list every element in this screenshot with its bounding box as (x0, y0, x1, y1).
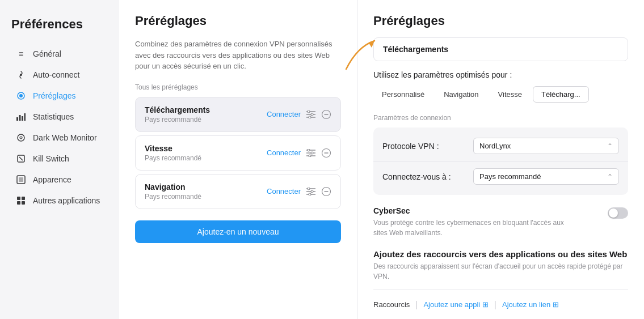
remove-icon-button[interactable] (321, 109, 331, 120)
tab-download[interactable]: Télécharg... (533, 86, 589, 103)
optimize-tabs: Personnalisé Navigation Vitesse Téléchar… (373, 86, 628, 103)
vpn-protocol-label: Protocole VPN : (382, 142, 473, 151)
connect-to-row: Connectez-vous à : Pays recommandé ⌃ (373, 161, 628, 192)
shortcuts-tab-raccourcis: Raccourcis (373, 298, 410, 311)
cybersec-section: CyberSec Vous protège contre les cyberme… (373, 206, 628, 238)
selected-preset-header: Téléchargements (373, 37, 628, 61)
vpn-protocol-row: Protocole VPN : NordLynx ⌃ (373, 131, 628, 161)
sidebar-item-label: Apparence (33, 175, 71, 184)
vpn-protocol-value: NordLynx (479, 142, 511, 150)
svg-rect-16 (22, 201, 25, 205)
svg-rect-3 (16, 117, 18, 121)
svg-rect-5 (22, 116, 23, 121)
chevron-down-icon: ⌃ (607, 173, 613, 181)
sidebar-item-label: Préréglages (33, 91, 76, 100)
svg-rect-14 (22, 197, 25, 200)
connect-to-select[interactable]: Pays recommandé ⌃ (473, 168, 619, 185)
svg-line-10 (19, 157, 23, 160)
svg-point-28 (308, 149, 310, 151)
cybersec-toggle[interactable] (608, 207, 628, 219)
vpn-protocol-select[interactable]: NordLynx ⌃ (473, 138, 619, 154)
sidebar-item-label: Statistiques (33, 112, 74, 121)
svg-point-21 (311, 113, 313, 116)
sidebar-item-label: Kill Switch (33, 154, 69, 163)
left-panel-title: Préréglages (135, 14, 341, 28)
right-panel: Préréglages Téléchargements Utilisez les… (357, 0, 644, 319)
preset-sub: Pays recommandé (145, 193, 267, 201)
preset-item-downloads: Téléchargements Pays recommandé Connecte… (135, 97, 341, 132)
svg-point-36 (308, 188, 310, 190)
svg-rect-13 (17, 197, 20, 200)
settings-icon-button[interactable] (306, 149, 315, 157)
tab-speed[interactable]: Vitesse (490, 86, 531, 103)
cybersec-title: CyberSec (373, 206, 608, 215)
svg-rect-6 (24, 113, 26, 121)
right-panel-title: Préréglages (373, 14, 628, 28)
preset-name: Navigation (145, 182, 267, 192)
left-panel: Préréglages Combinez des paramètres de c… (119, 0, 357, 319)
settings-icon-button[interactable] (306, 110, 315, 118)
sidebar-item-killswitch[interactable]: Kill Switch (5, 148, 115, 169)
preset-sub: Pays recommandé (145, 116, 267, 124)
shortcuts-tab-add-app[interactable]: Ajoutez une appli ⊞ (423, 300, 488, 309)
sidebar-item-label: Auto-connect (33, 70, 80, 79)
settings-icon-button[interactable] (306, 188, 315, 195)
presets-icon (16, 91, 26, 101)
sidebar-item-autoconnect[interactable]: Auto-connect (5, 65, 115, 85)
svg-point-7 (18, 134, 24, 141)
shortcuts-section: Ajoutez des raccourcis vers des applicat… (373, 249, 628, 311)
sidebar-item-presets[interactable]: Préréglages (5, 86, 115, 106)
optimize-label: Utilisez les paramètres optimisés pour : (373, 70, 628, 79)
tab-navigation[interactable]: Navigation (435, 86, 487, 103)
sidebar-item-general[interactable]: ≡ Général (5, 44, 115, 64)
connect-button[interactable]: Connecter (267, 187, 301, 195)
svg-point-37 (311, 190, 313, 193)
shortcuts-tab-add-link[interactable]: Ajoutez un lien ⊞ (502, 300, 559, 309)
left-panel-description: Combinez des paramètres de connexion VPN… (135, 39, 341, 72)
svg-point-38 (309, 193, 311, 195)
preset-sub: Pays recommandé (145, 154, 267, 162)
svg-point-29 (311, 152, 313, 154)
main-content: Préréglages Combinez des paramètres de c… (119, 0, 644, 319)
remove-icon-button[interactable] (321, 148, 331, 158)
shortcuts-title: Ajoutez des raccourcis vers des applicat… (373, 249, 628, 259)
darkweb-icon (16, 133, 26, 143)
killswitch-icon (16, 154, 26, 164)
preset-name: Vitesse (145, 144, 267, 153)
appearance-icon (16, 175, 26, 185)
connect-button[interactable]: Connecter (267, 148, 301, 157)
add-preset-button[interactable]: Ajoutez-en un nouveau (135, 220, 341, 243)
preset-item-speed: Vitesse Pays recommandé Connecter (135, 135, 341, 171)
preset-name: Téléchargements (145, 105, 267, 114)
cybersec-description: Vous protège contre les cybermenaces en … (373, 218, 566, 238)
svg-rect-12 (19, 177, 23, 182)
sidebar-title: Préférences (0, 11, 119, 43)
connection-params-box: Protocole VPN : NordLynx ⌃ Connectez-vou… (373, 127, 628, 195)
presets-section-label: Tous les préréglages (135, 83, 341, 91)
svg-rect-15 (17, 201, 20, 205)
svg-point-0 (20, 74, 22, 76)
svg-point-8 (20, 137, 22, 139)
connect-to-label: Connectez-vous à : (382, 172, 473, 181)
connect-button[interactable]: Connecter (267, 110, 301, 118)
svg-point-30 (309, 155, 311, 157)
shortcuts-description: Des raccourcis apparaissent sur l'écran … (373, 261, 628, 282)
svg-point-22 (309, 116, 311, 118)
sidebar-item-appearance[interactable]: Apparence (5, 169, 115, 190)
general-icon: ≡ (16, 49, 26, 59)
sidebar-item-otherapps[interactable]: Autres applications (5, 190, 115, 211)
sidebar-item-statistics[interactable]: Statistiques (5, 107, 115, 127)
remove-icon-button[interactable] (321, 186, 331, 197)
statistics-icon (16, 112, 26, 122)
conn-section-label: Paramètres de connexion (373, 114, 628, 122)
sidebar-item-label: Autres applications (33, 196, 100, 205)
svg-point-2 (19, 94, 23, 97)
shortcuts-tabs-row: Raccourcis | Ajoutez une appli ⊞ | Ajout… (373, 290, 628, 311)
chevron-down-icon: ⌃ (607, 142, 613, 150)
otherapps-icon (16, 195, 26, 206)
sidebar: Préférences ≡ Général Auto-connect Préré… (0, 0, 119, 319)
tab-custom[interactable]: Personnalisé (373, 86, 433, 103)
sidebar-item-label: Général (33, 49, 61, 58)
sidebar-item-label: Dark Web Monitor (33, 133, 97, 142)
sidebar-item-darkweb[interactable]: Dark Web Monitor (5, 127, 115, 148)
